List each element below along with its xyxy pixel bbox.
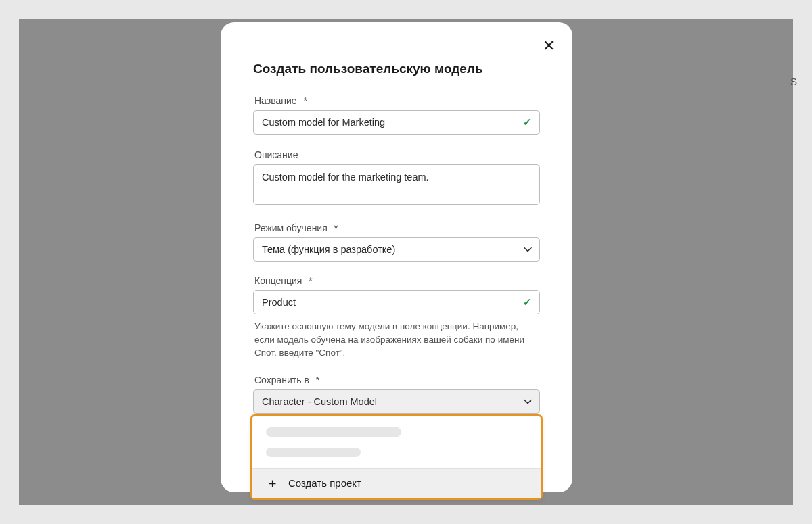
stray-char: S xyxy=(790,76,797,87)
required-asterisk: * xyxy=(316,375,319,385)
concept-input-wrap: ✓ xyxy=(253,290,540,314)
concept-input[interactable] xyxy=(253,290,540,314)
create-project-label: Создать проект xyxy=(288,477,361,489)
skeleton-placeholder xyxy=(266,427,401,437)
training-mode-label: Режим обучения * xyxy=(253,222,540,233)
training-mode-select-wrap: Тема (функция в разработке) xyxy=(253,237,540,262)
required-asterisk: * xyxy=(309,275,312,286)
required-asterisk: * xyxy=(334,222,338,233)
description-input[interactable]: Custom model for the marketing team. xyxy=(253,164,540,205)
check-icon: ✓ xyxy=(523,296,532,308)
save-in-label: Сохранить в * xyxy=(253,375,540,385)
save-in-dropdown-panel: ＋ Создать проект xyxy=(250,414,543,500)
close-icon: ✕ xyxy=(543,37,555,54)
required-asterisk: * xyxy=(303,95,307,106)
description-label: Описание xyxy=(253,149,540,160)
save-in-select-wrap: Character - Custom Model xyxy=(253,389,540,414)
plus-icon: ＋ xyxy=(266,477,279,490)
save-in-select[interactable]: Character - Custom Model xyxy=(253,389,540,414)
description-input-wrap: Custom model for the marketing team. xyxy=(253,164,540,208)
name-input-wrap: ✓ xyxy=(253,110,540,135)
concept-label: Концепция * xyxy=(253,275,540,286)
skeleton-placeholder xyxy=(266,448,361,457)
create-project-button[interactable]: ＋ Создать проект xyxy=(252,468,541,498)
name-label: Название * xyxy=(253,95,540,106)
concept-help-text: Укажите основную тему модели в поле конц… xyxy=(253,320,540,360)
check-icon: ✓ xyxy=(523,116,532,128)
modal-title: Создать пользовательскую модель xyxy=(253,62,540,76)
training-mode-select[interactable]: Тема (функция в разработке) xyxy=(253,237,540,262)
close-button[interactable]: ✕ xyxy=(543,39,555,53)
name-input[interactable] xyxy=(253,110,540,135)
